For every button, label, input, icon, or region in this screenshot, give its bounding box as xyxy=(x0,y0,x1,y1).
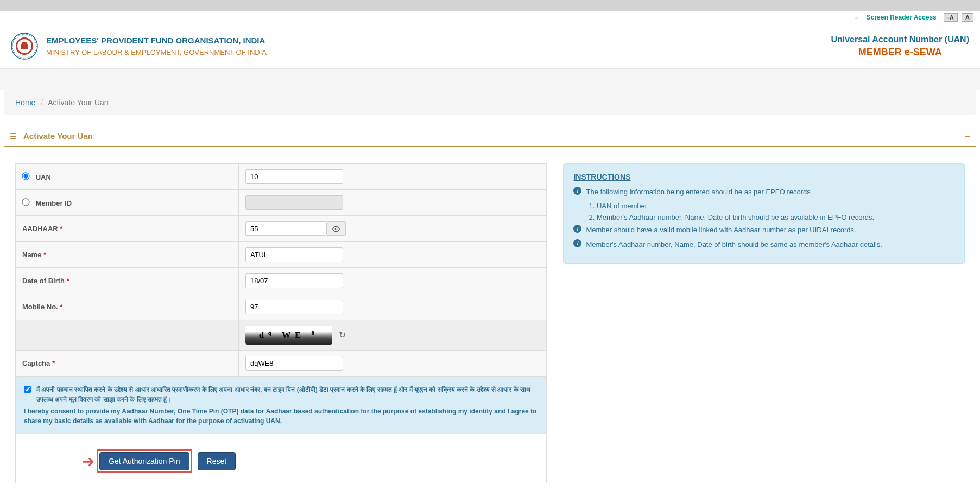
eye-icon[interactable] xyxy=(327,221,346,236)
org-name: EMPLOYEES' PROVIDENT FUND ORGANISATION, … xyxy=(46,36,267,45)
consent-box: मैं अपनी पहचान स्थापित करने के उद्देश्य … xyxy=(16,377,546,434)
instructions-title: INSTRUCTIONS xyxy=(573,173,954,181)
panel-header: ☰ Activate Your Uan – xyxy=(4,126,976,147)
annotation-arrow: ➔ xyxy=(82,453,94,470)
refresh-icon[interactable]: ↻ xyxy=(339,330,346,340)
font-increase-button[interactable]: A xyxy=(962,13,973,22)
panel-title: Activate Your Uan xyxy=(23,131,93,141)
uan-input[interactable] xyxy=(245,169,343,184)
name-label: Name xyxy=(22,251,41,259)
info-icon: i xyxy=(573,225,581,233)
dob-input[interactable] xyxy=(245,273,343,288)
breadcrumb-current: Activate Your Uan xyxy=(48,98,108,107)
uan-radio[interactable] xyxy=(22,172,29,180)
reset-button[interactable]: Reset xyxy=(198,452,236,470)
instruction-2: Member should have a valid mobile linked… xyxy=(586,225,856,235)
consent-text-hindi: मैं अपनी पहचान स्थापित करने के उद्देश्य … xyxy=(36,385,538,404)
consent-checkbox[interactable] xyxy=(24,386,31,393)
instructions-panel: INSTRUCTIONS i The following information… xyxy=(563,163,965,264)
breadcrumb: Home / Activate Your Uan xyxy=(15,98,965,107)
browser-top-bar xyxy=(0,0,980,11)
mobile-input[interactable] xyxy=(245,300,343,314)
screen-reader-link[interactable]: Screen Reader Access xyxy=(867,14,937,21)
instruction-1: The following information being entered … xyxy=(586,187,810,197)
font-decrease-button[interactable]: -A xyxy=(944,13,958,22)
uan-title: Universal Account Number (UAN) xyxy=(831,35,969,44)
info-icon: i xyxy=(573,187,581,195)
instruction-3: Member's Aadhaar number, Name, Date of b… xyxy=(586,239,882,250)
ministry-name: MINISTRY OF LABOUR & EMPLOYMENT, GOVERNM… xyxy=(46,48,267,56)
utility-bar: ☞ Screen Reader Access -A A xyxy=(0,11,980,24)
breadcrumb-separator: / xyxy=(41,98,43,107)
collapse-icon[interactable]: – xyxy=(965,130,970,142)
esewa-title: MEMBER e-SEWA xyxy=(831,47,969,58)
svg-rect-5 xyxy=(22,42,27,44)
annotation-highlight: Get Authorization Pin xyxy=(97,449,192,473)
instruction-1a: 1. UAN of member xyxy=(589,202,954,210)
memberid-radio[interactable] xyxy=(22,198,29,206)
spacer xyxy=(0,68,980,90)
epfo-logo xyxy=(11,33,38,60)
memberid-input xyxy=(245,195,343,210)
name-input[interactable] xyxy=(245,247,343,262)
mobile-label: Mobile No. xyxy=(22,303,58,311)
bars-icon: ☰ xyxy=(10,132,17,141)
info-icon: i xyxy=(573,239,581,247)
breadcrumb-home[interactable]: Home xyxy=(15,98,35,107)
dob-label: Date of Birth xyxy=(22,277,65,285)
activate-uan-form: UAN Member ID xyxy=(15,163,547,483)
svg-point-6 xyxy=(335,228,337,230)
captcha-label: Captcha xyxy=(22,359,50,367)
hand-icon: ☞ xyxy=(854,14,860,21)
page-header: EMPLOYEES' PROVIDENT FUND ORGANISATION, … xyxy=(0,24,980,68)
get-authorization-pin-button[interactable]: Get Authorization Pin xyxy=(99,452,189,470)
svg-rect-4 xyxy=(21,44,28,49)
uan-label: UAN xyxy=(36,173,51,181)
consent-text-english: I hereby consent to provide my Aadhaar N… xyxy=(24,406,538,426)
aadhaar-label: AADHAAR xyxy=(22,225,58,233)
captcha-input[interactable] xyxy=(245,356,343,371)
instruction-1b: 2. Member's Aadhaar number, Name, Date o… xyxy=(589,213,954,221)
memberid-label: Member ID xyxy=(36,199,72,207)
aadhaar-input[interactable] xyxy=(245,221,327,236)
captcha-image: dq WE 8 xyxy=(245,326,332,345)
